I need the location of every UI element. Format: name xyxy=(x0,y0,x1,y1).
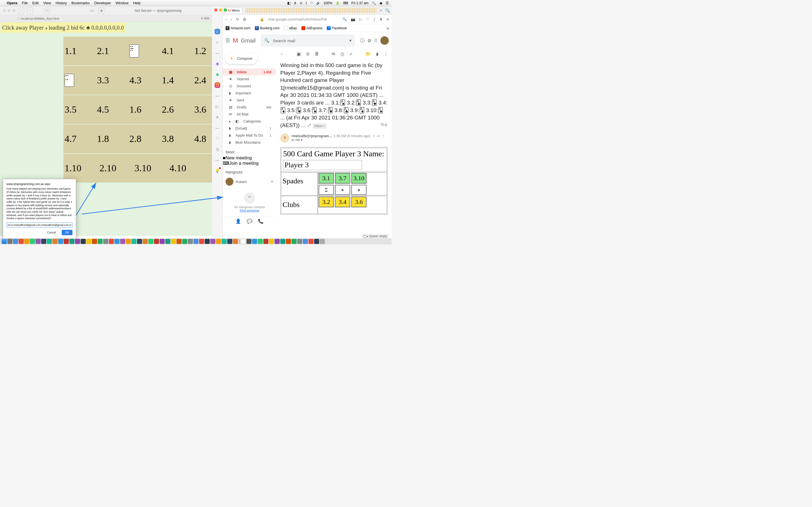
card-icon[interactable]: ♠♠♠♠ xyxy=(319,185,334,195)
task-icon[interactable]: ✓ xyxy=(349,51,353,57)
dock-app[interactable] xyxy=(252,239,257,244)
home-icon[interactable]: ⌂ xyxy=(214,29,220,34)
search-icon[interactable]: 🔍 xyxy=(372,1,376,5)
card-icon[interactable]: ▦ xyxy=(335,185,350,195)
card-cell[interactable]: 3.4 xyxy=(335,196,350,207)
cell[interactable]: 2.10 xyxy=(100,163,120,173)
add-icon[interactable]: + xyxy=(270,179,273,185)
play-icon[interactable]: ▷ xyxy=(214,104,220,109)
bookmark-booking[interactable]: B.Booking.com xyxy=(255,26,280,30)
nav-snoozed[interactable]: ◷Snoozed xyxy=(223,82,276,90)
cell[interactable]: 4.1 xyxy=(162,46,180,56)
reply-icon[interactable]: ↩ xyxy=(377,134,380,138)
menu-app[interactable]: Opera xyxy=(7,1,17,5)
dock-app[interactable] xyxy=(109,239,114,244)
send-icon[interactable]: ✈ xyxy=(214,114,220,120)
cell[interactable]: 3.6 xyxy=(194,104,212,115)
shield-icon[interactable]: ◑ xyxy=(98,8,104,14)
more-icon[interactable]: ⋮ xyxy=(382,134,386,138)
wifi-icon[interactable]: ⌔ xyxy=(311,1,313,5)
dock-app[interactable] xyxy=(58,239,63,244)
dock-app[interactable] xyxy=(233,239,238,244)
bluetooth-icon[interactable]: ᛒ xyxy=(305,1,307,5)
mac-dock[interactable] xyxy=(0,238,392,244)
cell[interactable]: 4.10 xyxy=(169,163,190,173)
dock-app[interactable] xyxy=(36,239,41,244)
dock-app[interactable] xyxy=(314,239,319,244)
input-icon[interactable]: ⌨ xyxy=(343,1,348,5)
cell[interactable]: 3.10 xyxy=(135,163,155,173)
print-icon[interactable]: 🖨 xyxy=(384,122,388,127)
window-traffic-lights[interactable] xyxy=(214,8,227,11)
star-icon[interactable]: ☆ xyxy=(372,134,375,138)
card-cell[interactable]: 3.7 xyxy=(335,173,350,184)
cell[interactable]: 2.1 xyxy=(97,46,115,56)
archive-icon[interactable]: ▣ xyxy=(297,51,301,57)
heart-icon[interactable]: ♡ xyxy=(366,17,369,21)
cell-card[interactable]: ♣ ♥ ♦ ♥ xyxy=(64,74,82,87)
menu-help[interactable]: Help xyxy=(133,1,141,5)
meet-new[interactable]: ■New meeting xyxy=(223,156,276,161)
cell[interactable]: 2.8 xyxy=(130,133,147,144)
lock-icon[interactable]: 🔒 xyxy=(260,17,264,21)
chevron-down-icon[interactable]: ▾ xyxy=(349,38,352,43)
dock-app[interactable] xyxy=(132,239,137,244)
dock-app[interactable] xyxy=(114,239,119,244)
dock-app[interactable] xyxy=(126,239,131,244)
nav-apple-mail[interactable]: ◗Apple Mail To Do1 xyxy=(223,132,276,139)
dock-app[interactable] xyxy=(258,239,263,244)
grid-icon[interactable]: ⊞ xyxy=(243,17,246,21)
cell[interactable]: 2.6 xyxy=(162,104,180,115)
phone-icon[interactable]: 📞 xyxy=(258,219,264,224)
dock-app[interactable] xyxy=(193,239,199,244)
dock-app[interactable] xyxy=(199,239,204,244)
menu-view[interactable]: View xyxy=(43,1,51,5)
dock-app[interactable] xyxy=(154,239,159,244)
find-someone-link[interactable]: Find someone xyxy=(225,209,274,212)
dock-app[interactable] xyxy=(120,239,125,244)
dock-app[interactable] xyxy=(2,239,7,244)
bookmark-aliexpress[interactable]: AliExpress xyxy=(301,26,322,30)
forward-button[interactable]: › xyxy=(27,8,33,14)
nav-sent[interactable]: ➤Sent xyxy=(223,97,276,104)
dock-app[interactable] xyxy=(171,239,176,244)
dialog-input[interactable] xyxy=(6,223,72,228)
dock-app[interactable] xyxy=(18,239,24,244)
dock-app[interactable] xyxy=(263,239,268,244)
dock-app[interactable] xyxy=(75,239,80,244)
compose-button[interactable]: + Compose xyxy=(225,52,257,64)
dock-app[interactable] xyxy=(13,239,18,244)
spam-icon[interactable]: ⊘ xyxy=(306,51,310,57)
cell[interactable]: 4.5 xyxy=(97,104,115,115)
expand-icon[interactable]: ⤢ xyxy=(307,122,312,128)
dock-app[interactable] xyxy=(64,239,69,244)
dock-app[interactable] xyxy=(86,239,91,244)
card-cell[interactable]: 3.6 xyxy=(351,196,366,207)
cell[interactable]: 1.4 xyxy=(162,75,180,86)
heart-icon[interactable]: ♡ xyxy=(214,136,220,142)
zoom-icon[interactable]: 🔍 xyxy=(342,17,347,21)
cell[interactable]: 1.6 xyxy=(130,104,147,115)
menu-history[interactable]: History xyxy=(56,1,67,5)
back-icon[interactable]: ‹ xyxy=(225,17,227,21)
download-icon[interactable]: ⬇ xyxy=(379,17,383,21)
back-button[interactable]: ‹ xyxy=(18,8,24,14)
cell[interactable]: 3.8 xyxy=(162,133,180,144)
dock-app[interactable] xyxy=(241,239,246,244)
menu-edit[interactable]: Edit xyxy=(33,1,39,5)
whatsapp-icon[interactable]: ◉ xyxy=(214,71,220,77)
nav-drafts[interactable]: ▤Drafts260 xyxy=(223,104,276,111)
bookmark-amazon[interactable]: aAmazon.com xyxy=(225,26,250,30)
dock-app[interactable] xyxy=(176,239,182,244)
ok-button[interactable]: OK xyxy=(62,230,72,235)
volume-icon[interactable]: 🔊 xyxy=(316,1,320,5)
menu-bookmarks[interactable]: Bookmarks xyxy=(71,1,90,5)
sender-avatar[interactable]: ? xyxy=(280,133,289,143)
dock-app[interactable] xyxy=(30,239,35,244)
dock-app[interactable] xyxy=(92,239,97,244)
meet-join[interactable]: ⌨Join a meeting xyxy=(223,161,276,166)
new-tab-button[interactable]: + xyxy=(380,8,382,13)
unread-icon[interactable]: ✉ xyxy=(332,51,335,57)
address-text[interactable]: Not Secure — rjmprogramming xyxy=(107,9,209,13)
cell-card[interactable]: ♠ ♠♠♠♠♠ ♠ xyxy=(130,45,147,57)
